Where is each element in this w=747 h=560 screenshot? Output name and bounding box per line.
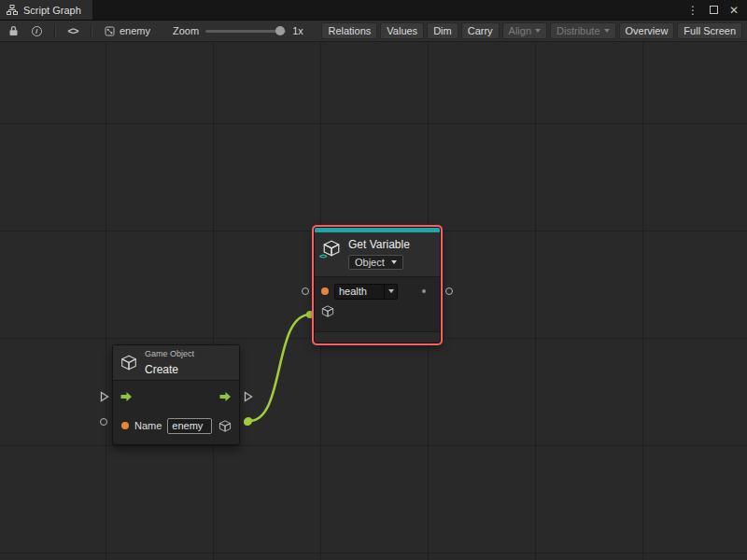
graph-toolbar: i <> enemy Zoom 1x Re: [0, 21, 747, 42]
variable-name-row: health: [315, 277, 440, 301]
node-header-text: Get Variable Object: [348, 238, 410, 270]
script-graph-icon: [7, 5, 18, 15]
variable-cube-icon: <>: [322, 240, 341, 257]
graph-name-label: enemy: [120, 25, 150, 36]
dropdown-caret-icon: [604, 29, 610, 33]
combo-dropdown-icon[interactable]: [384, 285, 397, 299]
node-get-variable[interactable]: <> Get Variable Object health: [314, 227, 441, 343]
name-input-field[interactable]: enemy: [167, 418, 212, 434]
name-input-port[interactable]: [302, 287, 309, 295]
name-parameter-row: Name enemy: [113, 413, 239, 439]
variable-name-value: health: [335, 286, 384, 297]
value-port-dot[interactable]: [121, 422, 129, 429]
toolbar-separator: [54, 24, 55, 38]
graph-canvas[interactable]: Game Object Create Name enemy: [0, 43, 747, 560]
param-label: Name: [134, 420, 162, 431]
relations-button[interactable]: Relations: [321, 22, 377, 39]
zoom-value: 1x: [292, 25, 303, 36]
node-title: Get Variable: [348, 238, 410, 251]
lock-icon[interactable]: [4, 23, 22, 39]
tab-label: Script Graph: [23, 5, 81, 16]
object-port-row: [315, 301, 440, 326]
cube-icon: [120, 355, 137, 371]
flow-in-arrow-icon[interactable]: [120, 391, 133, 402]
code-badge-icon: <>: [319, 252, 326, 260]
connection-wire[interactable]: [248, 315, 310, 421]
flow-row: [113, 381, 239, 413]
values-button[interactable]: Values: [380, 22, 424, 39]
game-object-output-port[interactable]: [244, 418, 251, 426]
node-header: Game Object Create: [113, 345, 239, 381]
toolbar-button-group: Relations Values Dim Carry Align Distrib…: [321, 22, 743, 39]
variable-kind-dropdown[interactable]: Object: [348, 255, 403, 270]
zoom-control: Zoom 1x: [173, 25, 303, 36]
dim-button[interactable]: Dim: [427, 22, 458, 39]
node-game-object-create[interactable]: Game Object Create Name enemy: [112, 344, 240, 445]
script-graph-window: Script Graph ⋮ ✕ i <>: [0, 0, 747, 560]
code-view-icon[interactable]: <>: [63, 23, 82, 39]
value-port-dot[interactable]: [321, 287, 329, 295]
node-footer: [113, 439, 239, 444]
dropdown-caret-icon: [535, 29, 541, 33]
node-header: <> Get Variable Object: [315, 232, 440, 277]
node-header-text: Game Object Create: [145, 349, 194, 376]
node-footer: [315, 331, 440, 343]
flow-output-port[interactable]: [244, 391, 253, 402]
info-icon[interactable]: i: [27, 23, 46, 39]
zoom-slider[interactable]: [205, 30, 286, 33]
carry-button[interactable]: Carry: [461, 22, 500, 39]
titlebar: Script Graph ⋮ ✕: [0, 0, 747, 21]
align-button[interactable]: Align: [502, 22, 547, 39]
flow-out-arrow-icon[interactable]: [219, 391, 232, 402]
dropdown-caret-icon: [391, 260, 397, 264]
flow-input-port[interactable]: [100, 391, 109, 402]
name-input-value: enemy: [172, 420, 203, 431]
variable-kind-label: Object: [355, 257, 385, 268]
graph-breadcrumb[interactable]: enemy: [100, 23, 155, 38]
graph-asset-icon: [105, 26, 115, 36]
maximize-icon[interactable]: [706, 3, 721, 18]
name-input-port[interactable]: [100, 418, 107, 426]
zoom-label: Zoom: [173, 25, 199, 36]
titlebar-controls: ⋮ ✕: [685, 0, 747, 20]
tab-script-graph[interactable]: Script Graph: [0, 0, 92, 20]
close-icon[interactable]: ✕: [726, 3, 741, 18]
toolbar-separator: [91, 24, 92, 38]
default-indicator-dot: [422, 289, 426, 293]
game-object-output-cube-icon[interactable]: [218, 420, 232, 432]
overview-button[interactable]: Overview: [619, 22, 675, 39]
fullscreen-button[interactable]: Full Screen: [677, 22, 742, 39]
window-menu-icon[interactable]: ⋮: [685, 3, 700, 18]
zoom-slider-handle[interactable]: [275, 26, 285, 35]
object-port-cube-icon[interactable]: [321, 305, 433, 317]
distribute-button[interactable]: Distribute: [550, 22, 615, 39]
node-title: Create: [145, 363, 194, 376]
node-category: Game Object: [145, 349, 194, 358]
variable-value-output-port[interactable]: [445, 287, 453, 295]
variable-name-field[interactable]: health: [334, 284, 398, 300]
